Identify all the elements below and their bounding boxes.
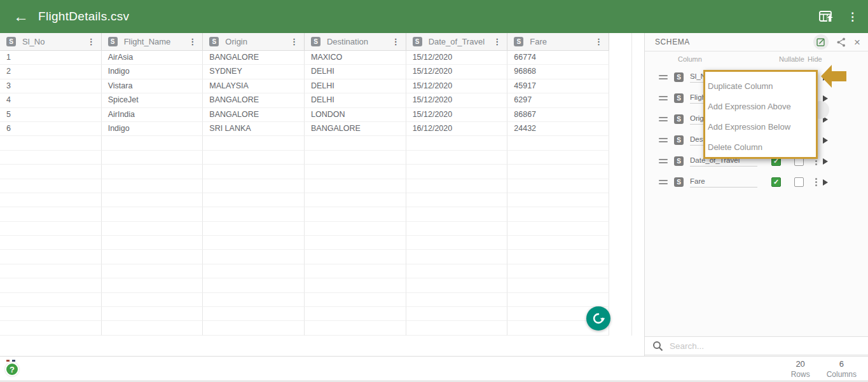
table-cell-empty[interactable] [507,151,609,165]
table-cell[interactable]: Indigo [102,122,203,136]
table-cell-empty[interactable] [0,278,102,292]
column-header-Flight_Name[interactable]: S Flight_Name ⋮ [102,33,203,50]
table-cell-empty[interactable] [102,307,203,321]
table-cell-empty[interactable] [406,250,508,264]
table-cell-empty[interactable] [203,151,305,165]
table-cell-empty[interactable] [102,207,203,221]
export-table-icon[interactable] [819,11,834,22]
table-cell[interactable]: 4 [0,93,102,107]
table-cell[interactable]: 15/12/2020 [406,65,508,79]
column-header-Fare[interactable]: S Fare ⋮ [507,33,609,50]
table-cell[interactable]: LONDON [305,108,406,122]
table-cell[interactable]: 96868 [507,65,609,79]
table-cell[interactable]: BANGALORE [203,51,305,65]
table-cell[interactable]: BANGALORE [305,122,406,136]
table-cell-empty[interactable] [0,151,102,165]
table-cell-empty[interactable] [102,250,203,264]
table-cell-empty[interactable] [102,222,203,236]
drag-handle-icon[interactable] [659,96,668,100]
table-cell-empty[interactable] [406,293,508,307]
table-cell[interactable]: 45917 [507,79,609,93]
table-cell[interactable]: 24432 [507,122,609,136]
table-cell-empty[interactable] [203,307,305,321]
field-expand-icon[interactable] [823,179,828,186]
table-cell-empty[interactable] [0,193,102,207]
table-cell-empty[interactable] [305,293,406,307]
table-cell-empty[interactable] [0,222,102,236]
table-cell-empty[interactable] [305,151,406,165]
table-cell-empty[interactable] [102,151,203,165]
table-cell-empty[interactable] [0,293,102,307]
column-kebab-icon[interactable]: ⋮ [288,37,300,46]
help-timer-icon[interactable]: ? [5,360,20,378]
table-cell-empty[interactable] [0,307,102,321]
table-cell-empty[interactable] [0,207,102,221]
table-cell-empty[interactable] [305,236,406,250]
table-cell-empty[interactable] [406,151,508,165]
table-cell-empty[interactable] [203,179,305,193]
search-input[interactable] [670,341,835,351]
table-cell[interactable]: 2 [0,65,102,79]
table-cell-empty[interactable] [102,179,203,193]
column-kebab-icon[interactable]: ⋮ [85,37,97,46]
table-cell-empty[interactable] [507,250,609,264]
table-cell-empty[interactable] [102,264,203,278]
context-menu-item[interactable]: Delete Column [705,137,816,158]
hide-checkbox[interactable] [794,177,804,187]
app-menu-icon[interactable]: ⋮ [847,10,858,24]
close-icon[interactable]: × [854,37,860,48]
table-cell-empty[interactable] [406,278,508,292]
table-cell-empty[interactable] [102,136,203,150]
table-cell[interactable]: SYDNEY [203,65,305,79]
back-button[interactable]: ← [11,9,31,24]
table-cell-empty[interactable] [406,321,508,335]
table-cell[interactable]: 3 [0,79,102,93]
table-cell[interactable]: MALAYSIA [203,79,305,93]
table-cell[interactable]: BANGALORE [203,93,305,107]
field-expand-icon[interactable] [823,158,828,165]
table-cell-empty[interactable] [203,222,305,236]
table-cell-empty[interactable] [102,193,203,207]
table-cell-empty[interactable] [507,222,609,236]
table-cell[interactable]: 66774 [507,51,609,65]
table-cell-empty[interactable] [0,136,102,150]
drag-handle-icon[interactable] [659,159,668,163]
table-cell-empty[interactable] [102,165,203,179]
drag-handle-icon[interactable] [659,75,668,79]
table-cell-empty[interactable] [406,307,508,321]
table-cell-empty[interactable] [0,165,102,179]
table-cell-empty[interactable] [305,264,406,278]
table-cell[interactable]: 15/12/2020 [406,93,508,107]
table-cell-empty[interactable] [507,236,609,250]
table-cell-empty[interactable] [507,179,609,193]
table-cell-empty[interactable] [102,321,203,335]
table-cell[interactable]: Indigo [102,65,203,79]
table-cell-empty[interactable] [305,193,406,207]
table-cell-empty[interactable] [102,278,203,292]
table-cell-empty[interactable] [203,250,305,264]
table-cell-empty[interactable] [203,207,305,221]
table-cell-empty[interactable] [203,278,305,292]
share-icon[interactable] [837,38,846,47]
table-cell[interactable]: DELHI [305,93,406,107]
table-cell-empty[interactable] [203,293,305,307]
table-cell-empty[interactable] [406,222,508,236]
table-cell[interactable]: 1 [0,51,102,65]
table-cell-empty[interactable] [203,264,305,278]
table-cell[interactable]: SpiceJet [102,93,203,107]
field-name-input[interactable]: Fare [690,177,757,188]
column-header-Sl_No[interactable]: S Sl_No ⋮ [0,33,102,50]
context-menu-item[interactable]: Add Expression Above [705,97,816,117]
table-cell[interactable]: DELHI [305,79,406,93]
field-expand-icon[interactable] [823,95,828,102]
table-cell-empty[interactable] [305,179,406,193]
nullable-checkbox[interactable]: ✓ [771,177,781,187]
table-cell[interactable]: 5 [0,108,102,122]
table-cell-empty[interactable] [305,250,406,264]
table-cell-empty[interactable] [406,179,508,193]
table-cell-empty[interactable] [507,278,609,292]
table-cell-empty[interactable] [507,193,609,207]
table-cell-empty[interactable] [203,193,305,207]
column-header-Destination[interactable]: S Destination ⋮ [305,33,406,50]
table-cell-empty[interactable] [406,264,508,278]
